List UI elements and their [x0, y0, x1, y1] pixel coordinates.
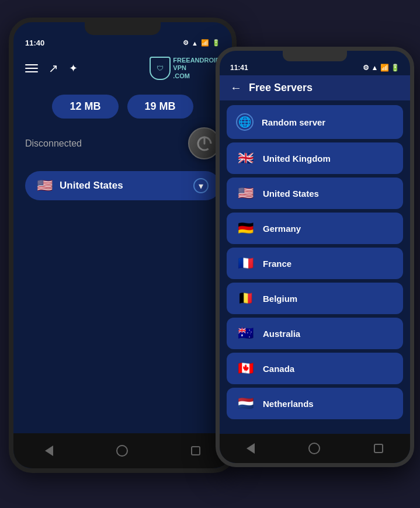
power-icon — [196, 135, 213, 152]
share-icon[interactable]: ↗ — [48, 61, 58, 75]
upload-stat: 19 MB — [127, 95, 193, 119]
server-flag-de: 🇩🇪 — [236, 221, 255, 236]
recents-nav-button2[interactable] — [374, 444, 383, 453]
hamburger-icon[interactable] — [25, 64, 38, 72]
server-item-be[interactable]: 🇧🇪Belgium — [227, 283, 403, 314]
signal-icon2: 📶 — [380, 64, 389, 72]
phone1: 11:40 ⚙ ▲ 📶 🔋 ↗ ✦ 🛡 FREEANDROID VPN .COM — [9, 18, 237, 473]
settings-icon2: ⚙ — [363, 64, 369, 72]
server-item-ca[interactable]: 🇨🇦Canada — [227, 353, 403, 384]
server-flag-random: 🌐 — [236, 113, 254, 131]
wifi-icon: ▲ — [192, 40, 198, 47]
server-item-de[interactable]: 🇩🇪Germany — [227, 213, 403, 244]
server-name-fr: France — [263, 259, 291, 269]
selected-flag: 🇺🇸 — [37, 178, 53, 193]
back-nav-button[interactable] — [45, 446, 53, 456]
settings-icon: ⚙ — [183, 39, 189, 47]
server-item-uk[interactable]: 🇬🇧United Kingdom — [227, 142, 403, 174]
wifi-icon2: ▲ — [371, 64, 378, 72]
server-flag-ca: 🇨🇦 — [236, 361, 255, 376]
phone2-header: ← Free Servers — [220, 75, 410, 100]
home-nav-button[interactable] — [116, 445, 128, 457]
phone2-notch — [283, 51, 347, 61]
back-nav-button2[interactable] — [247, 443, 255, 454]
phone2-bottom-nav — [220, 434, 410, 463]
shield-icon: 🛡 — [150, 57, 171, 80]
phone1-header: ↗ ✦ 🛡 FREEANDROID VPN .COM — [13, 52, 232, 86]
server-name-be: Belgium — [263, 294, 297, 304]
server-item-nl[interactable]: 🇳🇱Netherlands — [227, 388, 403, 419]
phone1-bottom-nav — [13, 433, 232, 468]
app-logo: 🛡 FREEANDROID VPN .COM — [150, 57, 220, 80]
server-name-ca: Canada — [263, 364, 294, 374]
phone2: 11:41 ⚙ ▲ 📶 🔋 ← Free Servers 🌐Random ser… — [216, 47, 414, 467]
selected-country-name: United States — [60, 180, 186, 192]
download-stat: 12 MB — [52, 95, 118, 119]
server-flag-uk: 🇬🇧 — [236, 151, 255, 166]
phone1-time: 11:40 — [25, 39, 44, 47]
recents-nav-button[interactable] — [191, 446, 200, 455]
battery-icon: 🔋 — [212, 39, 220, 47]
home-nav-button2[interactable] — [308, 443, 320, 454]
server-name-uk: United Kingdom — [263, 154, 331, 163]
chevron-down-icon: ▾ — [193, 178, 209, 193]
server-item-random[interactable]: 🌐Random server — [227, 105, 403, 139]
phone2-status-icons: ⚙ ▲ 📶 🔋 — [363, 64, 400, 72]
phone1-notch — [85, 22, 161, 35]
signal-icon: 📶 — [201, 39, 209, 47]
server-name-random: Random server — [262, 117, 325, 127]
server-flag-be: 🇧🇪 — [236, 291, 255, 306]
back-arrow-button[interactable]: ← — [230, 81, 242, 95]
server-item-au[interactable]: 🇦🇺Australia — [227, 318, 403, 349]
favorite-icon[interactable]: ✦ — [69, 62, 78, 75]
phone2-time: 11:41 — [230, 64, 248, 72]
server-flag-nl: 🇳🇱 — [236, 396, 255, 411]
server-flag-au: 🇦🇺 — [236, 326, 255, 341]
battery-icon2: 🔋 — [391, 64, 400, 72]
phone2-screen-title: Free Servers — [249, 82, 313, 94]
server-item-fr[interactable]: 🇫🇷France — [227, 248, 403, 279]
phone1-status-icons: ⚙ ▲ 📶 🔋 — [183, 39, 220, 47]
phone1-stats: 12 MB 19 MB — [13, 86, 232, 124]
server-flag-us: 🇺🇸 — [236, 186, 255, 201]
server-name-de: Germany — [263, 224, 301, 234]
country-selector[interactable]: 🇺🇸 United States ▾ — [25, 171, 220, 200]
phone1-header-left: ↗ ✦ — [25, 61, 78, 75]
logo-text: FREEANDROID VPN .COM — [173, 57, 220, 80]
server-item-us[interactable]: 🇺🇸United States — [227, 178, 403, 209]
server-list: 🌐Random server🇬🇧United Kingdom🇺🇸United S… — [220, 100, 410, 419]
server-name-au: Australia — [263, 329, 300, 339]
connection-status: Disconnected — [25, 138, 82, 149]
server-name-us: United States — [263, 189, 319, 199]
server-name-nl: Netherlands — [263, 399, 314, 409]
phone1-connection: Disconnected — [13, 124, 232, 168]
server-flag-fr: 🇫🇷 — [236, 256, 255, 271]
